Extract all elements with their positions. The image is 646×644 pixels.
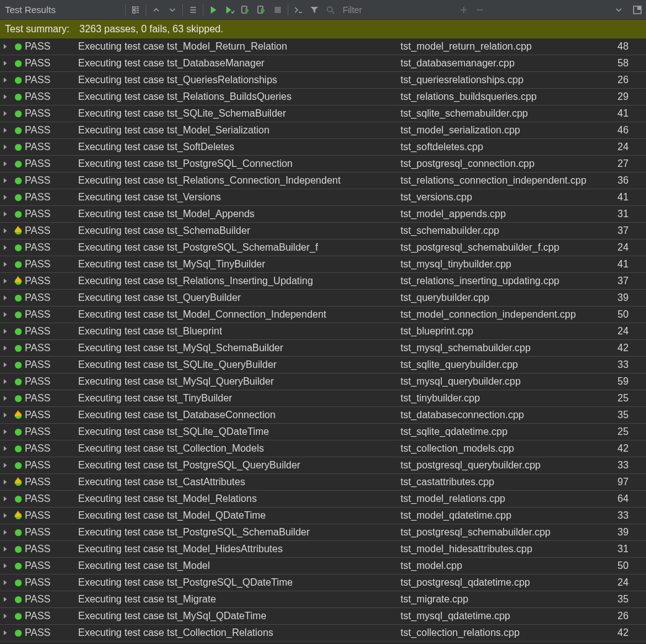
filter-icon[interactable]	[309, 5, 319, 15]
remove-icon[interactable]	[475, 5, 485, 15]
test-row[interactable]: PASSExecuting test case tst_Model_Append…	[0, 206, 646, 223]
expand-icon[interactable]	[0, 43, 11, 50]
test-row[interactable]: PASSExecuting test case tst_Relations_Co…	[0, 172, 646, 189]
expand-icon[interactable]	[0, 429, 11, 435]
expand-icon[interactable]	[0, 94, 11, 100]
expand-icon[interactable]	[0, 211, 11, 217]
test-row[interactable]: PASSExecuting test case tst_Modeltst_mod…	[0, 558, 646, 575]
test-row[interactable]: PASSExecuting test case tst_QueryBuilder…	[0, 290, 646, 306]
search-icon[interactable]	[325, 5, 335, 15]
group-by-icon[interactable]	[131, 5, 141, 15]
run-selected-icon[interactable]	[224, 5, 234, 15]
expand-icon[interactable]	[0, 378, 11, 385]
expand-icon[interactable]	[0, 412, 11, 418]
test-row[interactable]: PASSExecuting test case tst_Relations_In…	[0, 273, 646, 290]
expand-icon[interactable]	[0, 194, 11, 200]
expand-icon[interactable]	[0, 295, 11, 301]
test-row[interactable]: PASSExecuting test case tst_Versionstst_…	[0, 189, 646, 206]
test-file: tst_queriesrelationships.cpp	[400, 74, 617, 86]
test-row[interactable]: PASSExecuting test case tst_Relations_Bu…	[0, 89, 646, 105]
test-row[interactable]: PASSExecuting test case tst_PostgreSQL_S…	[0, 524, 646, 541]
test-row[interactable]: PASSExecuting test case tst_MySql_QDateT…	[0, 608, 646, 625]
test-row[interactable]: PASSExecuting test case tst_PostgreSQL_Q…	[0, 575, 646, 591]
expand-icon[interactable]	[0, 177, 11, 184]
test-description: Executing test case tst_MySql_QueryBuild…	[78, 376, 400, 387]
test-row[interactable]: PASSExecuting test case tst_Model_QDateT…	[0, 508, 646, 524]
test-row[interactable]: PASSExecuting test case tst_MySql_Schema…	[0, 340, 646, 357]
pass-icon	[11, 429, 25, 436]
run-all-icon[interactable]	[208, 5, 218, 15]
test-row[interactable]: PASSExecuting test case tst_SchemaBuilde…	[0, 223, 646, 239]
expand-icon[interactable]	[0, 127, 11, 133]
expand-icon[interactable]	[0, 261, 11, 267]
test-row[interactable]: PASSExecuting test case tst_QueriesRelat…	[0, 72, 646, 89]
test-row[interactable]: PASSExecuting test case tst_Model_Relati…	[0, 491, 646, 508]
test-row[interactable]: PASSExecuting test case tst_Migratetst_m…	[0, 591, 646, 608]
test-row[interactable]: PASSExecuting test case tst_PostgreSQL_Q…	[0, 457, 646, 474]
expand-icon[interactable]	[0, 630, 11, 636]
expand-icon[interactable]	[0, 462, 11, 468]
run-file-icon[interactable]	[241, 5, 250, 15]
expand-icon[interactable]	[0, 496, 11, 502]
expand-icon[interactable]	[0, 311, 11, 318]
expand-icon[interactable]	[0, 345, 11, 351]
expand-icon[interactable]	[0, 579, 11, 586]
expand-icon[interactable]	[0, 596, 11, 602]
stop-icon[interactable]	[273, 5, 283, 15]
expand-icon[interactable]	[0, 563, 11, 569]
expand-icon[interactable]	[0, 529, 11, 535]
test-row[interactable]: PASSExecuting test case tst_CastAttribut…	[0, 474, 646, 491]
expand-icon[interactable]	[0, 362, 11, 368]
expand-icon[interactable]	[0, 395, 11, 401]
expand-icon[interactable]	[0, 512, 11, 519]
test-row[interactable]: PASSExecuting test case tst_SQLite_Schem…	[0, 105, 646, 122]
expand-icon[interactable]	[0, 144, 11, 150]
expand-icon[interactable]	[0, 60, 11, 66]
test-row[interactable]: PASSExecuting test case tst_DatabaseConn…	[0, 407, 646, 424]
test-row[interactable]: PASSExecuting test case tst_SQLite_Query…	[0, 357, 646, 373]
expand-icon[interactable]	[0, 445, 11, 452]
test-row[interactable]: PASSExecuting test case tst_MySql_QueryB…	[0, 373, 646, 390]
test-row[interactable]: PASSExecuting test case tst_Collection_R…	[0, 625, 646, 642]
test-row[interactable]: PASSExecuting test case tst_DatabaseMana…	[0, 55, 646, 72]
status-label: PASS	[25, 376, 78, 387]
panel-popout-icon[interactable]	[632, 5, 642, 15]
next-icon[interactable]	[167, 5, 177, 15]
test-row[interactable]: PASSExecuting test case tst_Model_Connec…	[0, 306, 646, 323]
test-count: 48	[617, 41, 644, 52]
add-icon[interactable]	[459, 5, 469, 15]
status-label: PASS	[25, 292, 78, 303]
status-label: PASS	[25, 74, 78, 86]
test-row[interactable]: PASSExecuting test case tst_TinyBuildert…	[0, 390, 646, 407]
terminal-icon[interactable]	[293, 5, 303, 15]
expand-icon[interactable]	[0, 479, 11, 485]
test-row[interactable]: PASSExecuting test case tst_MySql_TinyBu…	[0, 256, 646, 273]
test-description: Executing test case tst_PostgreSQL_Schem…	[78, 527, 400, 538]
test-row[interactable]: PASSExecuting test case tst_SQLite_QDate…	[0, 424, 646, 441]
filter-input[interactable]	[342, 4, 385, 16]
test-description: Executing test case tst_PostgreSQL_QDate…	[78, 577, 400, 588]
test-row[interactable]: PASSExecuting test case tst_PostgreSQL_S…	[0, 239, 646, 256]
expand-icon[interactable]	[0, 228, 11, 234]
list-icon[interactable]	[188, 5, 198, 15]
test-row[interactable]: PASSExecuting test case tst_Blueprinttst…	[0, 323, 646, 340]
test-row[interactable]: PASSExecuting test case tst_Model_Serial…	[0, 122, 646, 139]
test-row[interactable]: PASSExecuting test case tst_Model_Return…	[0, 38, 646, 55]
prev-icon[interactable]	[151, 5, 161, 15]
expand-icon[interactable]	[0, 110, 11, 117]
expand-icon[interactable]	[0, 328, 11, 334]
test-row[interactable]: PASSExecuting test case tst_PostgreSQL_C…	[0, 156, 646, 172]
expand-icon[interactable]	[0, 546, 11, 552]
test-count: 26	[617, 610, 644, 622]
expand-icon[interactable]	[0, 161, 11, 167]
expand-icon[interactable]	[0, 77, 11, 83]
expand-icon[interactable]	[0, 613, 11, 619]
expand-icon[interactable]	[0, 244, 11, 251]
chevron-down-icon[interactable]	[614, 5, 624, 15]
expand-icon[interactable]	[0, 278, 11, 284]
test-row[interactable]: PASSExecuting test case tst_Collection_M…	[0, 441, 646, 457]
test-row[interactable]: PASSExecuting test case tst_SoftDeletest…	[0, 139, 646, 156]
test-row[interactable]: PASSExecuting test case tst_Model_HidesA…	[0, 541, 646, 558]
pass-icon	[11, 194, 25, 201]
rerun-failed-icon[interactable]	[257, 5, 267, 15]
